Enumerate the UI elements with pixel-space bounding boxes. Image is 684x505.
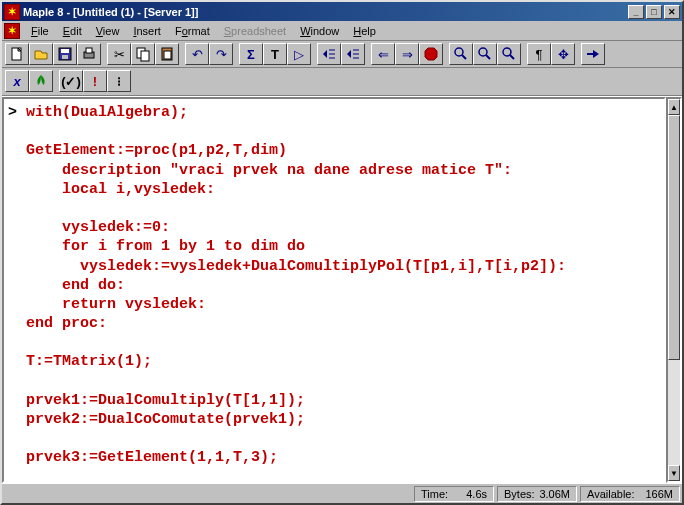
menu-file[interactable]: File	[24, 23, 56, 39]
code-line: T:=TMatrix(1);	[26, 353, 152, 370]
leaf-button[interactable]	[29, 70, 53, 92]
zoomfull-button[interactable]	[497, 43, 521, 65]
menu-edit[interactable]: Edit	[56, 23, 89, 39]
svg-line-22	[510, 55, 514, 59]
worksheet[interactable]: > with(DualAlgebra); GetElement:=proc(p1…	[2, 97, 666, 483]
colon-button[interactable]: ⁝	[107, 70, 131, 92]
zoomin-button[interactable]	[449, 43, 473, 65]
code-line: end proc:	[26, 315, 107, 332]
tb-group-run	[581, 43, 605, 65]
svg-line-18	[462, 55, 466, 59]
tb-group-edit: ✂	[107, 43, 179, 65]
code-line: vysledek:=0:	[26, 219, 170, 236]
print-button[interactable]	[77, 43, 101, 65]
open-button[interactable]	[29, 43, 53, 65]
code-line: prvek2:=DualCoComutate(prvek1);	[26, 411, 305, 428]
pilcrow-button[interactable]: ¶	[527, 43, 551, 65]
code-line: return vysledek:	[26, 296, 206, 313]
indent-button[interactable]	[341, 43, 365, 65]
copy-button[interactable]	[131, 43, 155, 65]
status-time: Time: 4.6s	[414, 486, 494, 502]
cut-button[interactable]: ✂	[107, 43, 131, 65]
undo-button[interactable]: ↶	[185, 43, 209, 65]
code-line: with(DualAlgebra);	[26, 104, 188, 121]
menubar: ✶ File Edit View Insert Format Spreadshe…	[2, 21, 682, 41]
statusbar: Time: 4.6s Bytes: 3.06M Available: 166M	[2, 483, 682, 503]
menu-window[interactable]: Window	[293, 23, 346, 39]
svg-point-21	[503, 48, 511, 56]
code-line: local i,vysledek:	[26, 181, 215, 198]
section-button[interactable]: ▷	[287, 43, 311, 65]
back-button[interactable]: ⇐	[371, 43, 395, 65]
resize-button[interactable]: ✥	[551, 43, 575, 65]
svg-rect-9	[164, 51, 171, 59]
tb-group-insert: Σ T ▷	[239, 43, 311, 65]
new-button[interactable]	[5, 43, 29, 65]
tb-group-file	[5, 43, 101, 65]
toolbar-secondary: x (✓) ! ⁝	[2, 68, 682, 96]
scroll-up-button[interactable]: ▲	[668, 99, 680, 115]
svg-point-19	[479, 48, 487, 56]
menu-format[interactable]: Format	[168, 23, 217, 39]
prompt: >	[8, 104, 26, 121]
scroll-thumb[interactable]	[668, 115, 680, 360]
tb-group-indent	[317, 43, 365, 65]
svg-rect-5	[86, 48, 92, 53]
code-line: vysledek:=vysledek+DualComultiplyPol(T[p…	[26, 258, 566, 275]
status-bytes: Bytes: 3.06M	[497, 486, 577, 502]
titlebar: ✶ Maple 8 - [Untitled (1) - [Server 1]] …	[2, 2, 682, 21]
tb-group-eval: (✓) ! ⁝	[59, 70, 131, 92]
vertical-scrollbar[interactable]: ▲ ▼	[666, 97, 682, 483]
svg-marker-16	[425, 48, 437, 60]
menu-help[interactable]: Help	[346, 23, 383, 39]
code-line: end do:	[26, 277, 125, 294]
run-button[interactable]	[581, 43, 605, 65]
x-button[interactable]: x	[5, 70, 29, 92]
menu-spreadsheet: Spreadsheet	[217, 23, 293, 39]
tb-group-zoom	[449, 43, 521, 65]
menu-insert[interactable]: Insert	[126, 23, 168, 39]
tb-group-undo: ↶ ↷	[185, 43, 233, 65]
toolbar-main: ✂ ↶ ↷ Σ T ▷ ⇐ ⇒	[2, 41, 682, 68]
redo-button[interactable]: ↷	[209, 43, 233, 65]
stop-button[interactable]	[419, 43, 443, 65]
zoomout-button[interactable]	[473, 43, 497, 65]
save-button[interactable]	[53, 43, 77, 65]
svg-rect-2	[61, 49, 69, 53]
svg-line-20	[486, 55, 490, 59]
scroll-down-button[interactable]: ▼	[668, 465, 680, 481]
tb-group-nav: ⇐ ⇒	[371, 43, 443, 65]
svg-point-17	[455, 48, 463, 56]
app-icon: ✶	[4, 4, 20, 20]
code-line: prvek3:=GetElement(1,1,T,3);	[26, 449, 278, 466]
menu-view[interactable]: View	[89, 23, 127, 39]
tb-group-misc: ¶ ✥	[527, 43, 575, 65]
code-line: prvek1:=DualComultiply(T[1,1]);	[26, 392, 305, 409]
window-title: Maple 8 - [Untitled (1) - [Server 1]]	[23, 6, 626, 18]
forward-button[interactable]: ⇒	[395, 43, 419, 65]
sigma-button[interactable]: Σ	[239, 43, 263, 65]
svg-rect-7	[141, 51, 149, 61]
minimize-button[interactable]: _	[628, 5, 644, 19]
titlebar-buttons: _ □ ✕	[626, 5, 680, 19]
bang-button[interactable]: !	[83, 70, 107, 92]
doc-icon[interactable]: ✶	[4, 23, 20, 39]
maximize-button[interactable]: □	[646, 5, 662, 19]
outdent-button[interactable]	[317, 43, 341, 65]
code-line: for i from 1 by 1 to dim do	[26, 238, 305, 255]
close-button[interactable]: ✕	[664, 5, 680, 19]
tb-group-expr: x	[5, 70, 53, 92]
text-button[interactable]: T	[263, 43, 287, 65]
status-available: Available: 166M	[580, 486, 680, 502]
content-area: > with(DualAlgebra); GetElement:=proc(p1…	[2, 96, 682, 483]
code-line: GetElement:=proc(p1,p2,T,dim)	[26, 142, 287, 159]
scroll-track[interactable]	[668, 115, 680, 465]
code-line: description "vraci prvek na dane adrese …	[26, 162, 512, 179]
svg-rect-3	[62, 55, 68, 59]
paste-button[interactable]	[155, 43, 179, 65]
app-window: ✶ Maple 8 - [Untitled (1) - [Server 1]] …	[0, 0, 684, 505]
paren-button[interactable]: (✓)	[59, 70, 83, 92]
